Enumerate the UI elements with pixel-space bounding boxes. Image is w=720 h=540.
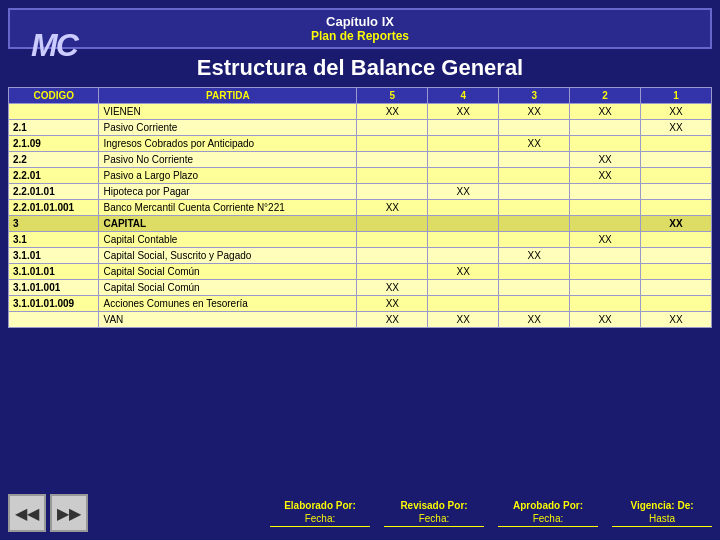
partida-cell: Banco Mercantil Cuenta Corriente N°221 xyxy=(99,200,357,216)
aprobado-label: Aprobado Por: xyxy=(498,500,598,511)
col2-cell xyxy=(570,136,641,152)
codigo-cell: 2.2.01.01.001 xyxy=(9,200,99,216)
col-header-1: 1 xyxy=(641,88,712,104)
col1-cell: XX xyxy=(641,312,712,328)
partida-cell: Capital Social Común xyxy=(99,280,357,296)
col3-cell xyxy=(499,264,570,280)
codigo-cell: 3.1.01.001 xyxy=(9,280,99,296)
nav-back-button[interactable]: ◀◀ xyxy=(8,494,46,532)
table-row: 3.1.01Capital Social, Suscrito y PagadoX… xyxy=(9,248,712,264)
col5-cell: XX xyxy=(357,104,428,120)
col3-cell xyxy=(499,232,570,248)
partida-cell: Capital Social, Suscrito y Pagado xyxy=(99,248,357,264)
col5-cell xyxy=(357,248,428,264)
col2-cell: XX xyxy=(570,168,641,184)
partida-cell: Capital Contable xyxy=(99,232,357,248)
table-row: 3.1.01.001Capital Social ComúnXX xyxy=(9,280,712,296)
revisado-label: Revisado Por: xyxy=(384,500,484,511)
col-header-3: 3 xyxy=(499,88,570,104)
chapter-title: Capítulo IX xyxy=(20,14,700,29)
table-row: VANXXXXXXXXXX xyxy=(9,312,712,328)
partida-cell: VIENEN xyxy=(99,104,357,120)
balance-table: CODIGO PARTIDA 5 4 3 2 1 VIENENXXXXXXXXX… xyxy=(8,87,712,328)
col1-cell xyxy=(641,200,712,216)
navigation-buttons: ◀◀ ▶▶ xyxy=(8,494,88,532)
col2-cell: XX xyxy=(570,152,641,168)
col1-cell xyxy=(641,232,712,248)
partida-cell: Ingresos Cobrados por Anticipado xyxy=(99,136,357,152)
logo-text: MC xyxy=(31,27,77,64)
codigo-cell: 3.1.01 xyxy=(9,248,99,264)
table-row: 2.2.01.01.001Banco Mercantil Cuenta Corr… xyxy=(9,200,712,216)
col4-cell xyxy=(428,152,499,168)
col4-cell: XX xyxy=(428,104,499,120)
codigo-cell xyxy=(9,312,99,328)
col3-cell xyxy=(499,152,570,168)
col2-cell xyxy=(570,248,641,264)
col3-cell xyxy=(499,168,570,184)
codigo-cell: 2.2 xyxy=(9,152,99,168)
col2-cell xyxy=(570,200,641,216)
bottom-section: ◀◀ ▶▶ Elaborado Por: Fecha: Revisado Por… xyxy=(8,494,712,532)
codigo-cell: 3.1.01.01.009 xyxy=(9,296,99,312)
col4-cell xyxy=(428,280,499,296)
col5-cell: XX xyxy=(357,280,428,296)
col5-cell: XX xyxy=(357,200,428,216)
col4-cell xyxy=(428,232,499,248)
codigo-cell: 3 xyxy=(9,216,99,232)
page-title: Estructura del Balance General xyxy=(0,49,720,85)
col3-cell: XX xyxy=(499,312,570,328)
elaborado-block: Elaborado Por: Fecha: xyxy=(270,500,370,527)
revisado-value: Fecha: xyxy=(384,513,484,527)
col4-cell xyxy=(428,248,499,264)
col5-cell xyxy=(357,184,428,200)
col3-cell xyxy=(499,280,570,296)
col2-cell xyxy=(570,216,641,232)
col5-cell: XX xyxy=(357,312,428,328)
table-row: 2.2Pasivo No CorrienteXX xyxy=(9,152,712,168)
col1-cell xyxy=(641,248,712,264)
col3-cell: XX xyxy=(499,104,570,120)
col5-cell xyxy=(357,120,428,136)
col1-cell xyxy=(641,136,712,152)
table-row: 3.1.01.01.009Acciones Comunes en Tesorer… xyxy=(9,296,712,312)
col1-cell: XX xyxy=(641,104,712,120)
balance-table-container: CODIGO PARTIDA 5 4 3 2 1 VIENENXXXXXXXXX… xyxy=(8,87,712,328)
table-row: 2.1.09Ingresos Cobrados por AnticipadoXX xyxy=(9,136,712,152)
col-header-partida: PARTIDA xyxy=(99,88,357,104)
partida-cell: Acciones Comunes en Tesorería xyxy=(99,296,357,312)
col2-cell xyxy=(570,280,641,296)
col4-cell xyxy=(428,200,499,216)
col3-cell xyxy=(499,184,570,200)
col4-cell: XX xyxy=(428,264,499,280)
col1-cell xyxy=(641,184,712,200)
partida-cell: VAN xyxy=(99,312,357,328)
nav-forward-button[interactable]: ▶▶ xyxy=(50,494,88,532)
codigo-cell: 2.2.01.01 xyxy=(9,184,99,200)
codigo-cell: 3.1 xyxy=(9,232,99,248)
col5-cell xyxy=(357,136,428,152)
table-row: 3.1Capital ContableXX xyxy=(9,232,712,248)
table-row: 3.1.01.01Capital Social ComúnXX xyxy=(9,264,712,280)
logo: MC xyxy=(14,18,94,73)
col5-cell xyxy=(357,152,428,168)
vigencia-block: Vigencia: De: Hasta xyxy=(612,500,712,527)
col-header-4: 4 xyxy=(428,88,499,104)
col4-cell: XX xyxy=(428,184,499,200)
col4-cell xyxy=(428,136,499,152)
elaborado-value: Fecha: xyxy=(270,513,370,527)
col1-cell: XX xyxy=(641,120,712,136)
aprobado-block: Aprobado Por: Fecha: xyxy=(498,500,598,527)
col4-cell xyxy=(428,296,499,312)
col1-cell xyxy=(641,168,712,184)
col5-cell xyxy=(357,168,428,184)
vigencia-value: Hasta xyxy=(612,513,712,527)
header-box: Capítulo IX Plan de Reportes xyxy=(8,8,712,49)
table-row: 3CAPITALXX xyxy=(9,216,712,232)
partida-cell: Capital Social Común xyxy=(99,264,357,280)
col2-cell xyxy=(570,120,641,136)
table-row: 2.2.01Pasivo a Largo PlazoXX xyxy=(9,168,712,184)
codigo-cell: 2.1.09 xyxy=(9,136,99,152)
partida-cell: Pasivo No Corriente xyxy=(99,152,357,168)
col1-cell xyxy=(641,264,712,280)
